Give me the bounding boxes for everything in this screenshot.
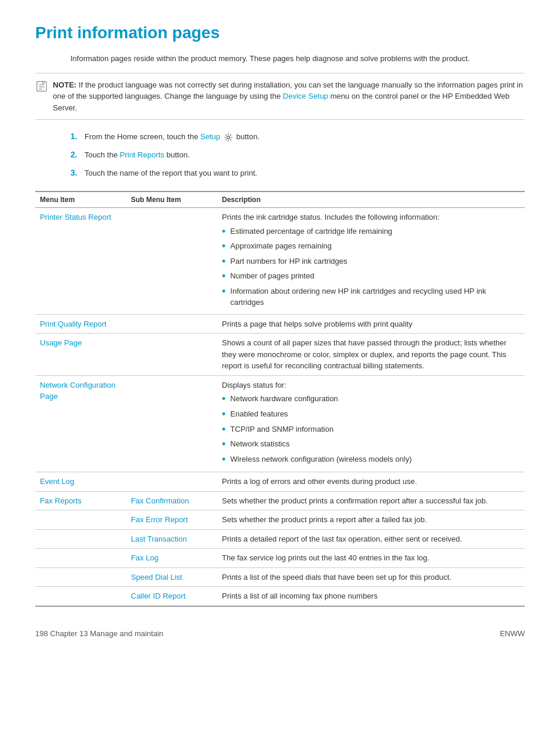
description-cell: Displays status for:•Network hardware co… xyxy=(217,375,525,472)
menu-item-cell xyxy=(35,549,126,568)
sub-menu-link[interactable]: Speed Dial List xyxy=(131,573,182,582)
menu-item-cell: Usage Page xyxy=(35,334,126,376)
step-3-text: Touch the name of the report that you wa… xyxy=(85,167,257,179)
description-cell: Sets whether the product prints a report… xyxy=(217,510,525,530)
sub-menu-cell: Last Transaction xyxy=(126,529,217,549)
bullet-dot: • xyxy=(222,393,225,406)
bullet-dot: • xyxy=(222,285,225,298)
svg-point-4 xyxy=(227,136,230,139)
menu-item-cell xyxy=(35,529,126,549)
list-item: •Network statistics xyxy=(222,438,520,451)
sub-menu-cell xyxy=(126,334,217,376)
menu-item-cell: Fax Reports xyxy=(35,491,126,510)
description-cell: Prints a detailed report of the last fax… xyxy=(217,529,525,549)
footer-left: 198 Chapter 13 Manage and maintain xyxy=(35,629,163,638)
step-2-text-before: Touch the xyxy=(85,150,120,159)
sub-menu-cell xyxy=(126,314,217,334)
menu-item-link[interactable]: Print Quality Report xyxy=(40,320,106,328)
table-row: Network Configuration PageDisplays statu… xyxy=(35,375,525,472)
menu-item-link[interactable]: Event Log xyxy=(40,477,75,486)
bullet-list: •Network hardware configuration•Enabled … xyxy=(222,393,520,466)
sub-menu-cell: Fax Confirmation xyxy=(126,491,217,510)
footer: 198 Chapter 13 Manage and maintain ENWW xyxy=(35,624,525,638)
step-1-text-after: button. xyxy=(237,132,260,141)
table-row: Last TransactionPrints a detailed report… xyxy=(35,529,525,549)
sub-menu-cell: Fax Log xyxy=(126,549,217,568)
list-item: •Part numbers for HP ink cartridges xyxy=(222,256,520,268)
menu-table: Menu Item Sub Menu Item Description Prin… xyxy=(35,191,525,607)
menu-item-link[interactable]: Network Configuration Page xyxy=(40,381,116,401)
description-cell: Sets whether the product prints a confir… xyxy=(217,491,525,510)
bullet-list: •Estimated percentage of cartridge life … xyxy=(222,226,520,308)
table-header: Menu Item Sub Menu Item Description xyxy=(35,191,525,208)
bullet-text: Estimated percentage of cartridge life r… xyxy=(230,226,392,237)
menu-item-cell xyxy=(35,510,126,530)
desc-text: Prints a log of errors and other events … xyxy=(222,476,520,488)
description-cell: Prints a log of errors and other events … xyxy=(217,472,525,492)
note-icon xyxy=(35,80,48,93)
description-cell: The fax service log prints out the last … xyxy=(217,549,525,568)
menu-item-cell xyxy=(35,587,126,606)
bullet-text: TCP/IP and SNMP information xyxy=(230,424,333,435)
list-item: •TCP/IP and SNMP information xyxy=(222,424,520,436)
bullet-text: Network statistics xyxy=(230,438,289,450)
bullet-text: Part numbers for HP ink cartridges xyxy=(230,256,347,267)
sub-menu-link[interactable]: Caller ID Report xyxy=(131,592,185,600)
sub-menu-link[interactable]: Fax Error Report xyxy=(131,515,188,524)
setup-link[interactable]: Setup xyxy=(200,132,220,141)
step-2-text-after: button. xyxy=(164,150,190,159)
list-item: •Approximate pages remaining xyxy=(222,240,520,253)
sub-menu-link[interactable]: Fax Log xyxy=(131,553,158,562)
description-cell: Prints a list of all incoming fax phone … xyxy=(217,587,525,606)
table-row: Fax LogThe fax service log prints out th… xyxy=(35,549,525,568)
step-2-num: 2. xyxy=(70,149,85,161)
table-row: Printer Status ReportPrints the ink cart… xyxy=(35,208,525,315)
bullet-dot: • xyxy=(222,270,225,283)
menu-item-link[interactable]: Fax Reports xyxy=(40,496,82,505)
description-cell: Shows a count of all paper sizes that ha… xyxy=(217,334,525,376)
table-body: Printer Status ReportPrints the ink cart… xyxy=(35,208,525,606)
col-header-desc: Description xyxy=(217,191,525,208)
list-item: •Number of pages printed xyxy=(222,270,520,283)
menu-item-cell: Print Quality Report xyxy=(35,314,126,334)
desc-text: Prints a list of all incoming fax phone … xyxy=(222,590,520,602)
table-row: Usage PageShows a count of all paper siz… xyxy=(35,334,525,376)
bullet-dot: • xyxy=(222,453,225,466)
footer-right: ENWW xyxy=(500,629,525,638)
step-3: 3. Touch the name of the report that you… xyxy=(70,167,525,179)
table-row: Fax Error ReportSets whether the product… xyxy=(35,510,525,530)
sub-menu-link[interactable]: Fax Confirmation xyxy=(131,496,189,505)
list-item: •Information about ordering new HP ink c… xyxy=(222,285,520,308)
desc-text: The fax service log prints out the last … xyxy=(222,552,520,564)
device-setup-link[interactable]: Device Setup xyxy=(283,92,328,100)
bullet-text: Network hardware configuration xyxy=(230,393,338,405)
list-item: •Network hardware configuration xyxy=(222,393,520,406)
table-row: Caller ID ReportPrints a list of all inc… xyxy=(35,587,525,606)
desc-text: Prints a list of the speed dials that ha… xyxy=(222,572,520,583)
table-row: Event LogPrints a log of errors and othe… xyxy=(35,472,525,492)
description-cell: Prints a list of the speed dials that ha… xyxy=(217,567,525,587)
sub-menu-cell: Caller ID Report xyxy=(126,587,217,606)
bullet-dot: • xyxy=(222,226,225,238)
sub-menu-link[interactable]: Last Transaction xyxy=(131,535,187,543)
bullet-dot: • xyxy=(222,408,225,421)
table-row: Speed Dial ListPrints a list of the spee… xyxy=(35,567,525,587)
desc-text: Displays status for: xyxy=(222,379,520,391)
steps-list: 1. From the Home screen, touch the Setup… xyxy=(70,130,525,179)
menu-item-cell: Printer Status Report xyxy=(35,208,126,315)
desc-text: Prints a detailed report of the last fax… xyxy=(222,533,520,545)
bullet-dot: • xyxy=(222,424,225,436)
menu-item-cell xyxy=(35,567,126,587)
menu-item-cell: Network Configuration Page xyxy=(35,375,126,472)
bullet-text: Information about ordering new HP ink ca… xyxy=(230,285,520,308)
desc-text: Sets whether the product prints a confir… xyxy=(222,495,520,507)
note-content: NOTE: If the product language was not co… xyxy=(53,79,525,114)
menu-item-link[interactable]: Usage Page xyxy=(40,338,82,347)
desc-text: Sets whether the product prints a report… xyxy=(222,514,520,526)
desc-text: Prints the ink cartridge status. Include… xyxy=(222,211,520,223)
menu-item-link[interactable]: Printer Status Report xyxy=(40,213,111,221)
table-row: Fax ReportsFax ConfirmationSets whether … xyxy=(35,491,525,510)
print-reports-link[interactable]: Print Reports xyxy=(120,150,164,159)
step-1: 1. From the Home screen, touch the Setup… xyxy=(70,130,525,143)
sub-menu-cell xyxy=(126,208,217,315)
